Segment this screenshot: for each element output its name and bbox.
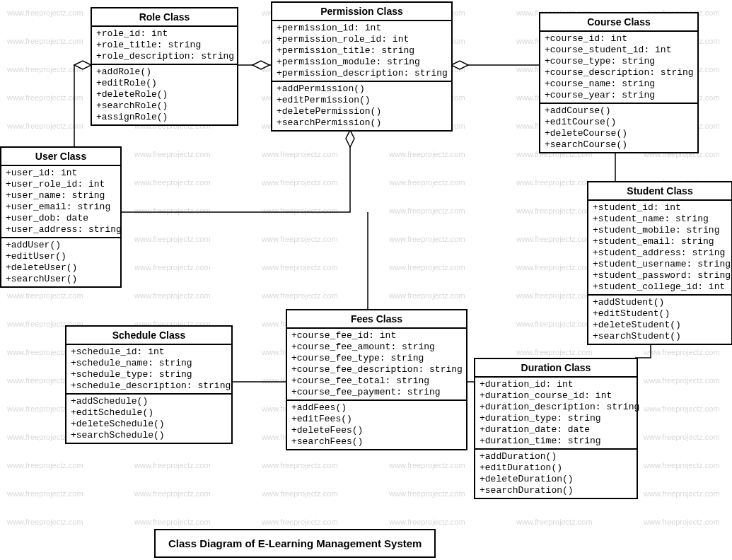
uml-row: +assignRole()	[96, 112, 233, 123]
uml-row: +editSchedule()	[71, 407, 227, 419]
methods: +addSchedule()+editSchedule()+deleteSche…	[66, 395, 231, 443]
uml-row: +duration_time: string	[480, 436, 632, 447]
uml-row: +role_description: string	[96, 51, 233, 62]
watermark: www.freeprojectz.com	[389, 291, 465, 300]
uml-row: +course_fee_type: string	[291, 353, 462, 364]
class-title: Schedule Class	[66, 327, 231, 345]
attributes: +role_id: int+role_title: string+role_de…	[92, 27, 237, 65]
uml-row: +editStudent()	[593, 308, 727, 320]
uml-row: +addUser()	[6, 240, 116, 251]
class-user: User Class +user_id: int+user_role_id: i…	[0, 146, 122, 288]
methods: +addCourse()+editCourse()+deleteCourse()…	[540, 104, 697, 152]
watermark: www.freeprojectz.com	[262, 263, 338, 272]
uml-row: +searchPermission()	[277, 117, 447, 129]
watermark: www.freeprojectz.com	[389, 518, 465, 526]
watermark: www.freeprojectz.com	[644, 489, 720, 498]
watermark: www.freeprojectz.com	[7, 489, 83, 498]
watermark: www.freeprojectz.com	[262, 291, 338, 300]
watermark: www.freeprojectz.com	[7, 37, 83, 45]
uml-row: +editPermission()	[277, 95, 447, 106]
watermark: www.freeprojectz.com	[262, 461, 338, 469]
uml-row: +addStudent()	[593, 297, 727, 308]
uml-row: +editFees()	[291, 414, 462, 425]
watermark: www.freeprojectz.com	[389, 206, 465, 215]
uml-row: +user_dob: date	[6, 213, 116, 224]
watermark: www.freeprojectz.com	[134, 518, 211, 526]
watermark: www.freeprojectz.com	[262, 150, 338, 158]
watermark: www.freeprojectz.com	[134, 489, 211, 498]
uml-row: +user_role_id: int	[6, 179, 116, 190]
uml-row: +addDuration()	[480, 451, 632, 462]
uml-row: +deleteDuration()	[480, 474, 632, 485]
uml-row: +course_fee_description: string	[291, 364, 462, 375]
watermark: www.freeprojectz.com	[516, 206, 593, 215]
uml-row: +schedule_name: string	[71, 358, 227, 369]
uml-row: +deleteFees()	[291, 425, 462, 436]
class-student: Student Class +student_id: int+student_n…	[587, 181, 732, 345]
watermark: www.freeprojectz.com	[644, 404, 720, 413]
watermark: www.freeprojectz.com	[516, 348, 593, 356]
watermark: www.freeprojectz.com	[134, 235, 211, 243]
uml-row: +user_address: string	[6, 224, 116, 235]
watermark: www.freeprojectz.com	[262, 489, 338, 498]
watermark: www.freeprojectz.com	[516, 291, 593, 300]
uml-row: +addFees()	[291, 402, 462, 414]
uml-row: +editDuration()	[480, 462, 632, 474]
uml-row: +duration_course_id: int	[480, 390, 632, 402]
uml-row: +permission_module: string	[277, 57, 447, 68]
attributes: +schedule_id: int+schedule_name: string+…	[66, 345, 231, 395]
class-title: Role Class	[92, 8, 237, 27]
uml-row: +student_email: string	[593, 236, 727, 247]
class-title: Fees Class	[287, 310, 466, 329]
uml-row: +addPermission()	[277, 83, 447, 95]
uml-row: +student_mobile: string	[593, 225, 727, 236]
methods: +addStudent()+editStudent()+deleteStuden…	[588, 296, 731, 344]
uml-row: +course_name: string	[545, 78, 693, 90]
uml-row: +course_fee_amount: string	[291, 342, 462, 353]
uml-row: +role_title: string	[96, 40, 233, 51]
uml-row: +deleteStudent()	[593, 320, 727, 331]
watermark: www.freeprojectz.com	[644, 376, 720, 385]
watermark: www.freeprojectz.com	[644, 461, 720, 469]
watermark: www.freeprojectz.com	[7, 291, 83, 300]
uml-row: +student_address: string	[593, 247, 727, 259]
uml-row: +user_email: string	[6, 202, 116, 213]
watermark: www.freeprojectz.com	[644, 348, 720, 356]
uml-row: +student_id: int	[593, 202, 727, 214]
class-fees: Fees Class +course_fee_id: int+course_fe…	[286, 309, 467, 450]
uml-row: +student_username: string	[593, 259, 727, 270]
attributes: +student_id: int+student_name: string+st…	[588, 201, 731, 296]
class-title: Course Class	[540, 13, 697, 32]
uml-row: +student_college_id: int	[593, 281, 727, 293]
uml-row: +student_name: string	[593, 214, 727, 225]
uml-row: +searchCourse()	[545, 139, 693, 151]
watermark: www.freeprojectz.com	[389, 235, 465, 243]
watermark: www.freeprojectz.com	[389, 489, 465, 498]
uml-row: +course_fee_id: int	[291, 330, 462, 342]
methods: +addRole()+editRole()+deleteRole()+searc…	[92, 65, 237, 124]
uml-row: +schedule_type: string	[71, 369, 227, 380]
watermark: www.freeprojectz.com	[7, 518, 83, 526]
uml-row: +permission_role_id: int	[277, 34, 447, 45]
uml-row: +course_description: string	[545, 67, 693, 78]
watermark: www.freeprojectz.com	[7, 93, 83, 102]
uml-row: +searchUser()	[6, 274, 116, 285]
class-duration: Duration Class +duration_id: int+duratio…	[474, 358, 638, 499]
class-course: Course Class +course_id: int+course_stud…	[539, 12, 699, 153]
uml-row: +searchDuration()	[480, 485, 632, 496]
diagram-caption: Class Diagram of E-Learning Management S…	[154, 529, 436, 558]
svg-marker-3	[346, 130, 354, 147]
class-role: Role Class +role_id: int+role_title: str…	[91, 7, 238, 126]
watermark: www.freeprojectz.com	[134, 461, 211, 469]
uml-row: +permission_description: string	[277, 68, 447, 79]
uml-row: +schedule_id: int	[71, 346, 227, 358]
uml-row: +editRole()	[96, 78, 233, 89]
class-title: Student Class	[588, 182, 731, 201]
uml-row: +searchFees()	[291, 436, 462, 448]
watermark: www.freeprojectz.com	[516, 518, 593, 526]
watermark: www.freeprojectz.com	[262, 235, 338, 243]
uml-row: +deletePermission()	[277, 106, 447, 117]
uml-row: +searchStudent()	[593, 331, 727, 342]
watermark: www.freeprojectz.com	[7, 65, 83, 74]
class-title: Permission Class	[272, 3, 451, 21]
